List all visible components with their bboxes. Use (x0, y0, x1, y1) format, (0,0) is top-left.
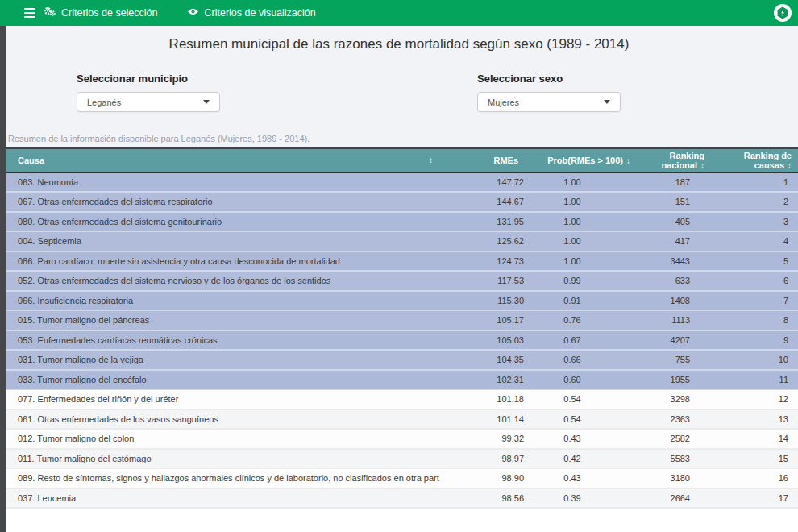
table-row[interactable]: 066. Insuficiencia respiratoria115.300.9… (6, 291, 798, 311)
left-edge-strip (0, 26, 6, 532)
table-row[interactable]: 052. Otras enfermedades del sistema nerv… (6, 271, 798, 291)
table-row[interactable]: 061. Otras enfermedades de los vasos san… (6, 409, 798, 430)
cell-rank-causas: 12 (711, 389, 798, 409)
cell-rank-causas: 7 (711, 291, 798, 311)
column-header-rmes[interactable]: RMEs↕ (439, 148, 532, 172)
cell-rmes: 98.97 (439, 449, 532, 469)
column-header-ranking-causas[interactable]: Ranking de causas↕ (711, 148, 798, 172)
table-row[interactable]: 004. Septicemia125.621.004174 (6, 231, 798, 251)
sexo-selector-block: Seleccionar sexo Mujeres (399, 73, 798, 112)
municipio-selected-value: Leganés (87, 98, 121, 107)
criterios-visualizacion-label: Criterios de visualización (205, 7, 316, 19)
table-row[interactable]: 086. Paro cardíaco, muerte sin asistenci… (6, 251, 798, 272)
cell-rmes: 131.95 (439, 212, 532, 232)
table-row[interactable]: 063. Neumonía147.721.001871 (6, 172, 798, 193)
cell-rank-causas: 8 (711, 310, 798, 330)
cell-causa: 080. Otras enfermedades del sistema geni… (6, 212, 439, 232)
table-row[interactable]: 031. Tumor maligno de la vejiga104.350.6… (6, 350, 798, 370)
cell-rank-nacional: 2582 (637, 429, 711, 449)
cell-rank-causas: 4 (711, 231, 798, 251)
table-row[interactable]: 033. Tumor maligno del encéfalo102.310.6… (6, 370, 798, 390)
table-caption: Resumen de la información disponible par… (8, 134, 798, 143)
cell-rank-nacional: 1955 (637, 370, 711, 390)
sexo-selected-value: Mujeres (488, 98, 519, 107)
cell-rank-nacional: 2664 (637, 488, 711, 509)
causa-header-label: Causa (18, 156, 44, 165)
column-header-prob[interactable]: Prob(RMEs > 100)↕ (532, 148, 637, 172)
table-row[interactable]: 080. Otras enfermedades del sistema geni… (6, 212, 798, 232)
criterios-seleccion-label: Criterios de selección (61, 7, 158, 19)
cell-rank-causas: 1 (711, 172, 798, 193)
sort-icon: ↕ (626, 156, 630, 165)
cell-rmes: 101.14 (439, 409, 532, 430)
app-logo (774, 4, 792, 22)
cell-prob: 0.54 (532, 389, 637, 409)
cell-rank-nacional: 3298 (637, 389, 711, 409)
table-row[interactable]: 012. Tumor maligno del colon99.320.43258… (6, 429, 798, 449)
cell-rank-causas: 5 (711, 251, 798, 272)
cell-rank-nacional: 3443 (637, 251, 711, 272)
column-header-ranking-nacional[interactable]: Ranking nacional↕ (637, 148, 711, 172)
cell-rank-nacional: 405 (637, 212, 711, 232)
mortality-table: Causa ↕ RMEs↕ Prob(RMEs > 100)↕ Ranking … (6, 147, 798, 509)
table-row[interactable]: 067. Otras enfermedades del sistema resp… (6, 192, 798, 212)
ranking-causas-header-label: Ranking de causas (744, 151, 792, 170)
cell-causa: 037. Leucemia (6, 488, 439, 509)
table-row[interactable]: 053. Enfermedades cardíacas reumáticas c… (6, 330, 798, 351)
cell-causa: 052. Otras enfermedades del sistema nerv… (6, 271, 439, 291)
cell-causa: 089. Resto de síntomas, signos y hallazg… (6, 468, 439, 488)
page-title: Resumen municipal de las razones de mort… (0, 36, 798, 52)
table-header-row: Causa ↕ RMEs↕ Prob(RMEs > 100)↕ Ranking … (6, 148, 798, 172)
cell-prob: 1.00 (532, 192, 637, 212)
cell-causa: 012. Tumor maligno del colon (6, 429, 439, 449)
cell-rmes: 124.73 (439, 251, 532, 272)
municipio-label: Seleccionar municipio (77, 73, 399, 85)
table-row[interactable]: 037. Leucemia98.560.39266417 (6, 488, 798, 509)
cell-rank-nacional: 755 (637, 350, 711, 370)
table-row[interactable]: 077. Enfermedades del riñón y del uréter… (6, 389, 798, 409)
criterios-seleccion-button[interactable]: Criterios de selección (35, 0, 166, 26)
cell-causa: 077. Enfermedades del riñón y del uréter (6, 389, 439, 409)
cell-causa: 011. Tumor maligno del estómago (6, 449, 439, 469)
cell-prob: 0.43 (532, 429, 637, 449)
table-row[interactable]: 015. Tumor maligno del páncreas105.170.7… (6, 310, 798, 330)
cell-rank-causas: 2 (711, 192, 798, 212)
cell-prob: 0.66 (532, 350, 637, 370)
criterios-visualizacion-button[interactable]: Criterios de visualización (179, 0, 324, 26)
cell-rmes: 102.31 (439, 370, 532, 390)
navbar: Criterios de selección Criterios de visu… (0, 0, 798, 26)
cell-rmes: 101.18 (439, 389, 532, 409)
cell-rank-causas: 11 (711, 370, 798, 390)
ranking-nacional-header-label: Ranking nacional (661, 151, 704, 170)
rmes-header-label: RMEs (493, 156, 518, 165)
cell-causa: 066. Insuficiencia respiratoria (6, 291, 439, 311)
cell-rank-nacional: 151 (637, 192, 711, 212)
cell-rank-nacional: 4207 (637, 330, 711, 351)
cell-rank-nacional: 3180 (637, 468, 711, 488)
eye-icon (187, 7, 199, 19)
cell-rank-causas: 9 (711, 330, 798, 351)
cell-rank-causas: 3 (711, 212, 798, 232)
cell-prob: 0.43 (532, 468, 637, 488)
cell-rank-causas: 14 (711, 429, 798, 449)
prob-header-label: Prob(RMEs > 100) (547, 156, 623, 165)
sort-icon-active: ↕ (522, 156, 526, 165)
cell-prob: 0.67 (532, 330, 637, 351)
cell-rank-causas: 6 (711, 271, 798, 291)
hamburger-menu-icon[interactable] (24, 6, 35, 20)
cell-rank-causas: 10 (711, 350, 798, 370)
cell-prob: 1.00 (532, 231, 637, 251)
municipio-select[interactable]: Leganés (77, 92, 220, 112)
cell-rank-nacional: 5583 (637, 449, 711, 469)
cell-causa: 067. Otras enfermedades del sistema resp… (6, 192, 439, 212)
table-row[interactable]: 011. Tumor maligno del estómago98.970.42… (6, 449, 798, 469)
cell-prob: 0.39 (532, 488, 637, 509)
column-header-causa[interactable]: Causa ↕ (6, 148, 439, 172)
sort-icon: ↕ (700, 161, 704, 170)
cell-causa: 063. Neumonía (6, 172, 439, 193)
sort-icon: ↕ (788, 161, 792, 170)
table-row[interactable]: 089. Resto de síntomas, signos y hallazg… (6, 468, 798, 488)
cell-rank-causas: 17 (711, 488, 798, 509)
cell-rank-nacional: 1408 (637, 291, 711, 311)
sexo-select[interactable]: Mujeres (477, 92, 621, 112)
